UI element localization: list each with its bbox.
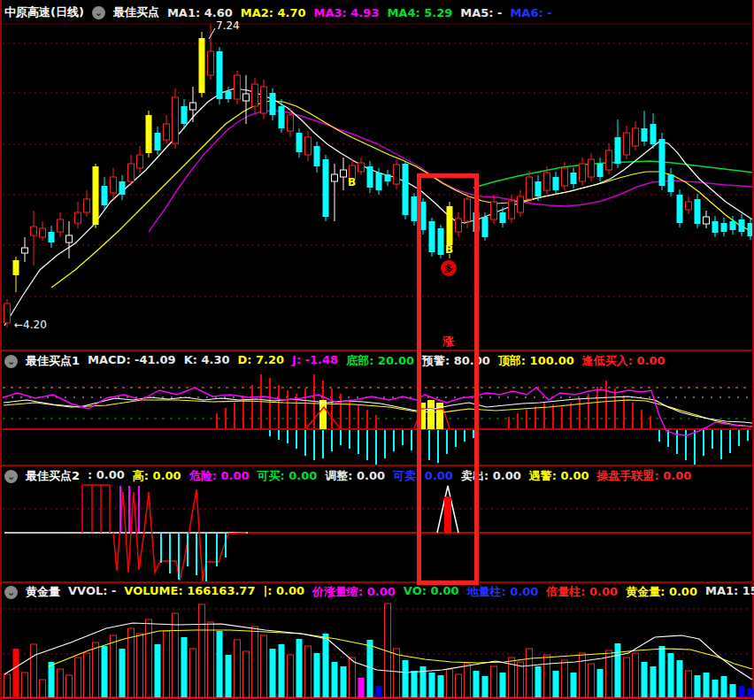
header-value: 遇警: 0.00 <box>529 468 589 484</box>
header-value: VVOL: - <box>68 584 116 600</box>
main-ma-values: MA1: 4.60MA2: 4.70MA3: 4.93MA4: 5.29MA5:… <box>167 6 552 19</box>
header-value: 调整: 0.00 <box>325 468 385 484</box>
header-value: 高: 0.00 <box>133 468 181 484</box>
panel2-values: : 0.00高: 0.00危险: 0.00可买: 0.00调整: 0.00可卖:… <box>88 468 691 484</box>
panel1-header: ⌄ 最佳买点1 MACD: -41.09K: 4.30D: 7.20J: -1.… <box>4 352 666 370</box>
header-value: 价涨量缩: 0.00 <box>312 584 396 600</box>
symbol-name: 中原高速(日线) <box>4 4 84 20</box>
peak-price-label: 7.24 <box>216 19 240 32</box>
buy-signal-marker: B <box>348 176 356 188</box>
stock-app-window: 中原高速(日线) ⌄ 最佳买点 MA1: 4.60MA2: 4.70MA3: 4… <box>0 0 754 700</box>
header-value: MA4: 5.29 <box>387 6 452 19</box>
header-value: 危险: 0.00 <box>189 468 250 484</box>
header-value: MA1: 4.60 <box>167 6 233 19</box>
panel1-title: 最佳买点1 <box>26 353 80 369</box>
header-value: J: -1.48 <box>292 353 338 369</box>
indicator-name: 最佳买点 <box>113 4 159 20</box>
header-value: MA5: - <box>460 6 502 19</box>
panel3-header: ⌄ 黄金量 VVOL: -VOLUME: 166163.77|: 0.00价涨量… <box>4 583 754 601</box>
header-value: D: 7.20 <box>238 353 285 369</box>
low-price-label: ←4.20 <box>14 319 47 331</box>
collapse-icon[interactable]: ⌄ <box>4 355 18 368</box>
header-value: 逢低买入: 0.00 <box>582 353 666 369</box>
header-value: MA6: - <box>510 6 551 19</box>
header-value: MA1: 151514.63 <box>705 584 754 600</box>
main-chart-header: 中原高速(日线) ⌄ 最佳买点 MA1: 4.60MA2: 4.70MA3: 4… <box>4 4 552 21</box>
header-value: 倍量柱: 0.00 <box>546 584 618 600</box>
highlight-box <box>417 173 479 585</box>
collapse-icon[interactable]: ⌄ <box>4 470 18 483</box>
panel3-values: VVOL: -VOLUME: 166163.77|: 0.00价涨量缩: 0.0… <box>68 584 754 600</box>
collapse-icon[interactable]: ⌄ <box>4 586 18 599</box>
collapse-icon[interactable]: ⌄ <box>92 6 105 19</box>
header-value: 操盘手联盟: 0.00 <box>597 468 692 484</box>
header-value: 底部: 20.00 <box>346 353 414 369</box>
header-value: : 0.00 <box>88 468 125 484</box>
header-value: MA2: 4.70 <box>241 6 306 19</box>
header-value: 可买: 0.00 <box>257 468 317 484</box>
header-value: MA3: 4.93 <box>314 6 380 19</box>
header-value: 顶部: 100.00 <box>498 353 574 369</box>
header-value: 地量柱: 0.00 <box>467 584 539 600</box>
header-value: MACD: -41.09 <box>88 353 176 369</box>
header-value: VO: 0.00 <box>404 584 459 600</box>
panel2-header: ⌄ 最佳买点2 : 0.00高: 0.00危险: 0.00可买: 0.00调整:… <box>4 467 691 485</box>
header-value: 黄金量: 0.00 <box>626 584 697 600</box>
panel2-title: 最佳买点2 <box>26 468 80 484</box>
header-value: |: 0.00 <box>263 584 304 600</box>
header-value: K: 4.30 <box>184 353 230 369</box>
panel1-values: MACD: -41.09K: 4.30D: 7.20J: -1.48底部: 20… <box>88 353 666 369</box>
header-value: VOLUME: 166163.77 <box>124 584 255 600</box>
panel3-title: 黄金量 <box>26 584 60 600</box>
